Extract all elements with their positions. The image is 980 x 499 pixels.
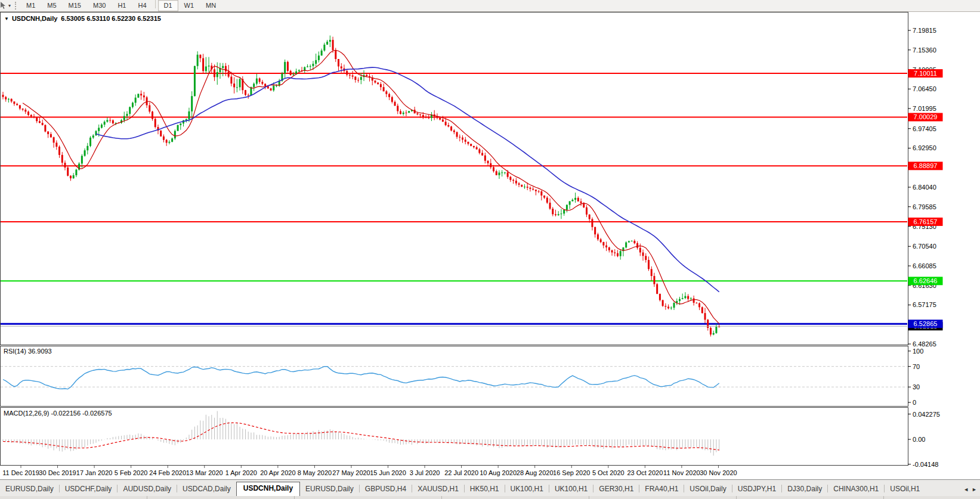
- tab-scroll-arrows: ◄►: [962, 486, 980, 496]
- chart-tab-usdchf-daily-1[interactable]: USDCHF,Daily: [60, 483, 118, 496]
- time-axis[interactable]: 11 Dec 201930 Dec 201917 Jan 20205 Feb 2…: [2, 466, 737, 476]
- svg-text:6.76157: 6.76157: [914, 218, 938, 225]
- rsi-axis[interactable]: 10070300: [908, 348, 923, 406]
- chart-tab-usdcad-daily-3[interactable]: USDCAD,Daily: [177, 483, 236, 496]
- svg-text:17 Jan 2020: 17 Jan 2020: [76, 469, 113, 476]
- macd-indicator-label: MACD(12,26,9) -0.022156 -0.026575: [4, 410, 112, 417]
- ohlc-values: 6.53005 6.53110 6.52230 6.52315: [61, 15, 161, 22]
- svg-text:6.70540: 6.70540: [913, 243, 936, 250]
- chart-tab-gbpusd-h4-6[interactable]: GBPUSD,H4: [360, 483, 412, 496]
- svg-text:5 Oct 2020: 5 Oct 2020: [592, 469, 625, 476]
- mt4-chart-window: ▾ M1M5M15M30H1H4D1W1MN 7.198157.153607.1…: [0, 0, 980, 499]
- svg-text:7.10011: 7.10011: [914, 70, 937, 77]
- svg-text:27 May 2020: 27 May 2020: [332, 469, 370, 476]
- svg-text:0.00: 0.00: [913, 436, 925, 443]
- svg-text:13 Mar 2020: 13 Mar 2020: [186, 469, 223, 476]
- svg-text:15 Jun 2020: 15 Jun 2020: [370, 469, 406, 476]
- svg-text:30 Nov 2020: 30 Nov 2020: [700, 469, 737, 476]
- svg-text:1 Apr 2020: 1 Apr 2020: [225, 469, 257, 476]
- svg-text:0.042275: 0.042275: [913, 411, 940, 418]
- symbol-dropdown-icon[interactable]: ▼: [4, 16, 9, 21]
- chart-tab-dj30-daily-15[interactable]: DJ30,Daily: [782, 483, 827, 496]
- rsi-value: 36.9093: [28, 348, 52, 355]
- svg-text:0: 0: [913, 399, 916, 406]
- svg-text:6.48265: 6.48265: [913, 340, 936, 348]
- rsi-name: RSI(14): [4, 348, 26, 355]
- chart-canvas[interactable]: 7.198157.153607.109057.064507.019956.974…: [0, 0, 980, 499]
- chart-tab-usdjpy-h1-14[interactable]: USDJPY,H1: [732, 483, 781, 496]
- svg-text:100: 100: [913, 348, 923, 355]
- tab-scroll-left-icon[interactable]: ◄: [963, 486, 969, 492]
- svg-text:23 Oct 2020: 23 Oct 2020: [627, 469, 663, 476]
- svg-text:8 May 2020: 8 May 2020: [298, 469, 332, 476]
- svg-text:6.62646: 6.62646: [914, 277, 938, 284]
- chart-tab-uk100-h1-10[interactable]: UK100,H1: [549, 483, 593, 496]
- chart-tab-hk50-h1-8[interactable]: HK50,H1: [465, 483, 505, 496]
- svg-text:6.88897: 6.88897: [914, 162, 938, 169]
- chart-tab-audusd-daily-2[interactable]: AUDUSD,Daily: [118, 483, 177, 496]
- rsi-indicator-label: RSI(14) 36.9093: [4, 348, 52, 355]
- svg-text:6.52865: 6.52865: [914, 320, 938, 327]
- svg-text:6.57175: 6.57175: [913, 301, 936, 308]
- svg-text:22 Jul 2020: 22 Jul 2020: [444, 469, 478, 476]
- svg-text:16 Sep 2020: 16 Sep 2020: [553, 469, 590, 476]
- svg-text:30: 30: [913, 383, 920, 390]
- chart-title: ▼USDCNH,Daily6.53005 6.53110 6.52230 6.5…: [4, 15, 161, 22]
- svg-text:7.15360: 7.15360: [913, 47, 936, 54]
- chart-tab-eurusd-daily-5[interactable]: EURUSD,Daily: [300, 483, 359, 496]
- chart-tab-usoil-daily-13[interactable]: USOil,Daily: [684, 483, 731, 496]
- macd-axis[interactable]: 0.0422750.00-0.04148: [908, 411, 940, 468]
- chart-tab-usdcnh-daily-4[interactable]: USDCNH,Daily: [236, 482, 300, 496]
- chart-tabs-bar: EURUSD,DailyUSDCHF,DailyAUDUSD,DailyUSDC…: [0, 479, 980, 496]
- svg-text:28 Aug 2020: 28 Aug 2020: [517, 469, 554, 476]
- svg-text:5 Feb 2020: 5 Feb 2020: [115, 469, 148, 476]
- chart-tab-ger30-h1-11[interactable]: GER30,H1: [593, 483, 639, 496]
- panel-frames: [1, 13, 908, 466]
- svg-text:20 Apr 2020: 20 Apr 2020: [260, 469, 295, 476]
- macd-name: MACD(12,26,9): [4, 410, 49, 417]
- svg-text:11 Nov 2020: 11 Nov 2020: [663, 469, 700, 476]
- chart-tab-fra40-h1-12[interactable]: FRA40,H1: [639, 483, 684, 496]
- chart-tab-uk100-h1-9[interactable]: UK100,H1: [505, 483, 549, 496]
- svg-text:6.84040: 6.84040: [913, 184, 936, 191]
- chart-tab-xauusd-h1-7[interactable]: XAUUSD,H1: [412, 483, 464, 496]
- svg-text:30 Dec 2019: 30 Dec 2019: [39, 469, 76, 476]
- symbol-name: USDCNH,Daily: [12, 15, 57, 22]
- svg-text:-0.04148: -0.04148: [913, 461, 938, 468]
- svg-text:6.97405: 6.97405: [913, 125, 936, 132]
- svg-text:24 Feb 2020: 24 Feb 2020: [149, 469, 186, 476]
- svg-text:7.00029: 7.00029: [914, 113, 938, 120]
- svg-text:70: 70: [913, 363, 920, 370]
- macd-values: -0.022156 -0.026575: [51, 410, 112, 417]
- svg-text:11 Dec 2019: 11 Dec 2019: [2, 469, 39, 476]
- svg-text:7.06450: 7.06450: [913, 85, 936, 92]
- svg-text:10 Aug 2020: 10 Aug 2020: [480, 469, 517, 476]
- svg-text:6.66085: 6.66085: [913, 262, 936, 269]
- tab-scroll-right-icon[interactable]: ►: [972, 486, 977, 492]
- svg-text:7.19815: 7.19815: [913, 27, 936, 34]
- chart-tab-eurusd-daily-0[interactable]: EURUSD,Daily: [0, 483, 59, 496]
- chart-tab-china300-h1-16[interactable]: CHINA300,H1: [828, 483, 884, 496]
- chart-tab-usoil-h1-17[interactable]: USOil,H1: [885, 483, 925, 496]
- svg-text:6.92950: 6.92950: [913, 144, 936, 151]
- svg-text:6.79585: 6.79585: [913, 203, 936, 210]
- svg-text:3 Jul 2020: 3 Jul 2020: [410, 469, 440, 476]
- svg-text:7.01995: 7.01995: [913, 105, 936, 112]
